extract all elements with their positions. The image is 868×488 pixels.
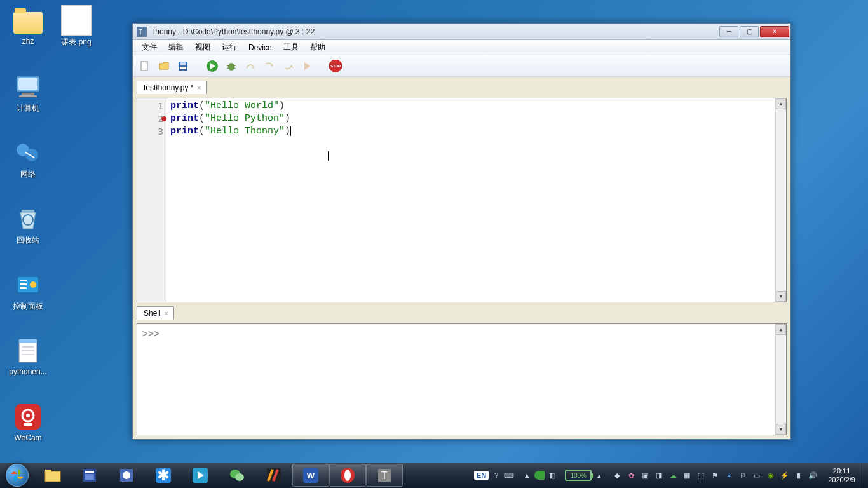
svg-rect-26: [180, 67, 186, 69]
new-file-button[interactable]: [138, 59, 152, 73]
taskbar-explorer[interactable]: [34, 463, 71, 488]
code-area[interactable]: print("Hello World") print("Hello Python…: [166, 98, 786, 302]
menu-device[interactable]: Device: [243, 41, 277, 54]
tray-icon[interactable]: ▦: [682, 470, 692, 480]
bluetooth-icon[interactable]: ∗: [724, 470, 734, 480]
nvidia-icon[interactable]: ◉: [766, 470, 776, 480]
taskbar-wechat[interactable]: [219, 463, 255, 488]
desktop-icon-recycle[interactable]: 回收站: [5, 203, 51, 246]
scroll-up-icon[interactable]: ▲: [776, 324, 786, 335]
save-button[interactable]: [176, 59, 190, 73]
volume-icon[interactable]: 🔊: [808, 470, 818, 480]
clock-time: 20:11: [828, 466, 855, 475]
step-over-button[interactable]: [243, 59, 257, 73]
desktop-icon-zhz[interactable]: zhz: [5, 5, 51, 46]
flag-icon[interactable]: ⚐: [738, 470, 748, 480]
pinned-apps: ✱ W T: [34, 463, 403, 488]
desktop-icon-label: zhz: [5, 37, 51, 46]
tray-app-icon[interactable]: ◧: [547, 470, 557, 480]
taskbar-app-stripes[interactable]: [255, 463, 292, 488]
taskbar-opera[interactable]: [329, 464, 366, 487]
start-button[interactable]: [0, 463, 34, 488]
tray-icon[interactable]: ◆: [612, 470, 622, 480]
desktop-icon-pythonen[interactable]: pythonen...: [5, 336, 51, 376]
debug-button[interactable]: [224, 59, 238, 73]
scroll-down-icon[interactable]: ▼: [776, 291, 786, 302]
menu-tools[interactable]: 工具: [278, 40, 304, 55]
menu-view[interactable]: 视图: [190, 40, 215, 55]
desktop-icon-label: pythonen...: [5, 367, 51, 376]
menu-run[interactable]: 运行: [217, 40, 242, 55]
editor-scrollbar[interactable]: ▲ ▼: [775, 98, 786, 302]
resume-button[interactable]: [301, 59, 315, 73]
close-tab-icon[interactable]: ×: [165, 310, 168, 317]
expand-tray-icon[interactable]: ▴: [594, 470, 604, 480]
language-indicator[interactable]: EN: [474, 471, 489, 480]
svg-rect-3: [19, 95, 37, 97]
shell-tab[interactable]: Shell ×: [137, 306, 174, 320]
svg-rect-9: [20, 280, 27, 281]
close-tab-icon[interactable]: ×: [198, 85, 201, 92]
clock-date: 2020/2/9: [828, 475, 855, 484]
close-button[interactable]: ✕: [760, 26, 789, 37]
keyboard-icon[interactable]: ⌨: [504, 470, 514, 480]
taskbar-app-1[interactable]: [71, 463, 108, 488]
desktop-icon-computer[interactable]: 计算机: [5, 71, 51, 114]
help-icon[interactable]: ?: [491, 470, 501, 480]
taskbar-clock[interactable]: 20:11 2020/2/9: [822, 466, 862, 484]
svg-rect-2: [22, 93, 34, 95]
tray-icon[interactable]: ⚑: [710, 470, 720, 480]
taskbar-app-2[interactable]: [108, 463, 145, 488]
step-into-button[interactable]: [262, 59, 276, 73]
desktop-icon-cpanel[interactable]: 控制面板: [5, 269, 51, 312]
menu-file[interactable]: 文件: [137, 40, 162, 55]
tray-shield-icon[interactable]: ◨: [654, 470, 664, 480]
shell-prompt: >>>: [142, 328, 159, 339]
breakpoint-icon[interactable]: [161, 116, 166, 121]
shell-panel[interactable]: >>> ▲ ▼: [137, 323, 787, 435]
desktop-icon-network[interactable]: 网络: [5, 137, 51, 180]
taskbar-app-asterisk[interactable]: ✱: [145, 463, 182, 488]
svg-rect-27: [180, 62, 186, 65]
file-tab-label: testthonny.py *: [144, 83, 194, 92]
maximize-button[interactable]: ▢: [740, 26, 759, 37]
svg-rect-34: [45, 471, 60, 482]
desktop-icon-kebiao[interactable]: 课表.png: [53, 5, 99, 48]
taskbar-thonny[interactable]: T: [366, 464, 403, 487]
titlebar[interactable]: T Thonny - D:\Code\Python\testthonny.py …: [133, 24, 790, 40]
tray-icon[interactable]: ▭: [752, 470, 762, 480]
desktop-icon-label: 网络: [5, 169, 51, 180]
text-caret: [328, 151, 329, 161]
tray-flower-icon[interactable]: ✿: [626, 470, 636, 480]
svg-rect-6: [22, 210, 34, 212]
scroll-down-icon[interactable]: ▼: [776, 424, 786, 435]
power-icon[interactable]: ⚡: [780, 470, 790, 480]
tray-icon[interactable]: ⬚: [696, 470, 706, 480]
step-out-button[interactable]: [281, 59, 295, 73]
scroll-up-icon[interactable]: ▲: [776, 98, 786, 109]
menu-edit[interactable]: 编辑: [163, 40, 189, 55]
desktop-icon-wecam[interactable]: WeCam: [5, 402, 51, 442]
stop-button[interactable]: STOP: [329, 59, 342, 73]
network-tray-icon[interactable]: ▮: [794, 470, 804, 480]
show-desktop-button[interactable]: [862, 463, 868, 488]
shell-scrollbar[interactable]: ▲ ▼: [775, 324, 786, 435]
tray-cloud-icon[interactable]: ☁: [668, 470, 678, 480]
code-editor[interactable]: 1 2 3 print("Hello World") print("Hello …: [137, 98, 787, 302]
battery-indicator[interactable]: 100%: [565, 470, 592, 481]
svg-point-5: [25, 149, 38, 161]
tray-chevron-icon[interactable]: ▲: [522, 470, 532, 480]
editor-area: testthonny.py * × 1 2 3 print("Hello Wor…: [133, 77, 790, 439]
menu-help[interactable]: 帮助: [305, 40, 330, 55]
menubar: 文件 编辑 视图 运行 Device 工具 帮助: [133, 40, 790, 55]
toolbar: STOP: [133, 55, 790, 77]
minimize-button[interactable]: ─: [719, 26, 738, 37]
run-button[interactable]: [205, 59, 219, 73]
tray-icon[interactable]: ▣: [640, 470, 650, 480]
file-tab-testthonny[interactable]: testthonny.py * ×: [137, 81, 207, 94]
open-file-button[interactable]: [157, 59, 171, 73]
taskbar-wps[interactable]: W: [292, 464, 329, 487]
svg-point-45: [235, 473, 244, 481]
taskbar-app-play[interactable]: [182, 463, 219, 488]
tray-green-icon[interactable]: [534, 470, 545, 480]
